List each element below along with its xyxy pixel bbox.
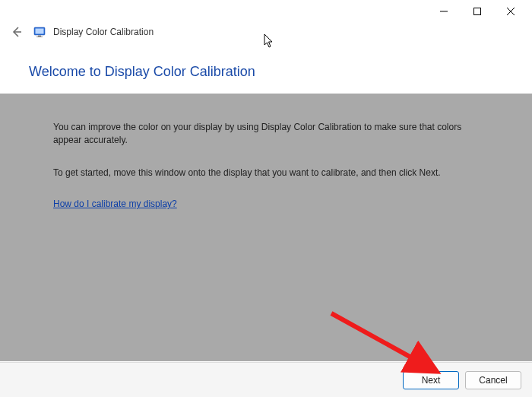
back-button[interactable] xyxy=(8,23,26,41)
svg-rect-7 xyxy=(38,36,41,37)
header: Display Color Calibration xyxy=(0,23,532,46)
next-button[interactable]: Next xyxy=(403,371,459,389)
content-panel: You can improve the color on your displa… xyxy=(0,94,532,361)
heading-area: Welcome to Display Color Calibration xyxy=(0,46,532,94)
titlebar xyxy=(0,0,532,23)
maximize-button[interactable] xyxy=(461,1,494,22)
svg-rect-8 xyxy=(36,37,43,37)
intro-paragraph-2: To get started, move this window onto th… xyxy=(53,167,464,179)
window-title: Display Color Calibration xyxy=(53,27,154,37)
intro-paragraph-1: You can improve the color on your displa… xyxy=(53,121,464,147)
help-link[interactable]: How do I calibrate my display? xyxy=(53,198,177,209)
close-button[interactable] xyxy=(494,1,527,22)
cancel-button[interactable]: Cancel xyxy=(465,371,521,389)
footer: Next Cancel xyxy=(0,362,532,397)
minimize-button[interactable] xyxy=(427,1,461,22)
monitor-icon xyxy=(33,26,46,38)
svg-rect-1 xyxy=(474,8,481,15)
page-heading: Welcome to Display Color Calibration xyxy=(29,64,503,80)
svg-rect-6 xyxy=(36,29,44,34)
